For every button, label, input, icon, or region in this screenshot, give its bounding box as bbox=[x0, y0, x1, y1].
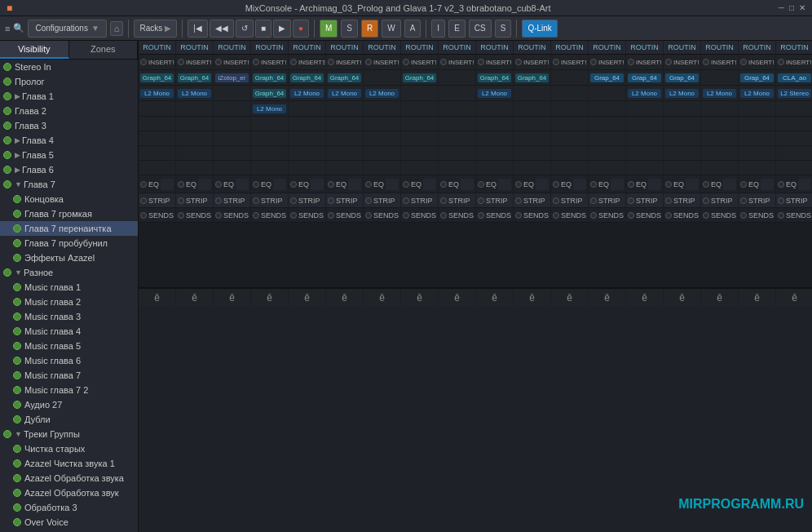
eq-radio[interactable] bbox=[328, 181, 334, 188]
strip-radio[interactable] bbox=[740, 197, 747, 204]
cs-button[interactable]: CS bbox=[469, 20, 492, 38]
plugin-slot[interactable]: Graph_64 bbox=[253, 73, 286, 82]
visibility-dot[interactable] bbox=[13, 415, 21, 423]
visibility-dot[interactable] bbox=[13, 401, 21, 409]
racks-button[interactable]: Racks ▶ bbox=[134, 20, 177, 38]
sends-radio[interactable] bbox=[703, 212, 709, 219]
visibility-dot[interactable] bbox=[3, 166, 11, 174]
plugin-slot[interactable]: L2 Stereo bbox=[778, 89, 811, 98]
insert-radio[interactable] bbox=[178, 59, 184, 65]
channel-header[interactable]: ROUTIN bbox=[626, 41, 664, 54]
channel-header[interactable]: ROUTIN bbox=[439, 41, 476, 54]
sidebar-item[interactable]: ▶Глава 4 bbox=[0, 133, 138, 148]
insert-radio[interactable] bbox=[778, 59, 784, 65]
e-button[interactable]: E bbox=[448, 20, 466, 38]
channel-header[interactable]: ROUTIN bbox=[176, 41, 214, 54]
stop-button[interactable]: ■ bbox=[255, 20, 271, 38]
visibility-dot[interactable] bbox=[13, 195, 21, 203]
visibility-dot[interactable] bbox=[13, 503, 21, 512]
expand-arrow[interactable]: ▶ bbox=[15, 166, 20, 174]
visibility-dot[interactable] bbox=[13, 342, 21, 350]
close-button[interactable]: ✕ bbox=[799, 3, 805, 12]
eq-radio[interactable] bbox=[590, 181, 597, 188]
sidebar-item[interactable]: Глава 2 bbox=[0, 104, 138, 118]
visibility-dot[interactable] bbox=[13, 474, 21, 482]
sidebar-item[interactable]: Music глава 6 bbox=[0, 353, 138, 368]
tab-zones[interactable]: Zones bbox=[69, 41, 139, 59]
visibility-dot[interactable] bbox=[3, 122, 11, 130]
sidebar-item[interactable]: Azazel Обработка звука bbox=[0, 471, 138, 485]
sends-radio[interactable] bbox=[140, 212, 147, 219]
plugin-slot[interactable]: Graph_64 bbox=[140, 73, 174, 82]
plugin-slot[interactable]: Grap_64 bbox=[628, 73, 661, 82]
sidebar-item[interactable]: Эффекты Azazel bbox=[0, 250, 138, 265]
strip-radio[interactable] bbox=[478, 197, 484, 204]
insert-radio[interactable] bbox=[403, 59, 409, 65]
expand-arrow[interactable]: ▼ bbox=[15, 180, 22, 188]
eq-radio[interactable] bbox=[703, 181, 709, 188]
tab-visibility[interactable]: Visibility bbox=[0, 41, 69, 59]
sidebar-item[interactable]: ▶Глава 1 bbox=[0, 89, 138, 104]
channel-header[interactable]: ROUTIN bbox=[326, 41, 364, 54]
rew-button[interactable]: ◀◀ bbox=[210, 20, 234, 38]
sidebar-item[interactable]: ▶Глава 5 bbox=[0, 148, 138, 162]
plugin-slot[interactable]: Graph_64 bbox=[478, 73, 511, 82]
sidebar-item[interactable]: Пролог bbox=[0, 74, 138, 89]
visibility-dot[interactable] bbox=[13, 313, 21, 321]
eq-radio[interactable] bbox=[140, 181, 147, 188]
sidebar-item[interactable]: Глава 7 громкая bbox=[0, 206, 138, 221]
insert-radio[interactable] bbox=[365, 59, 372, 65]
insert-radio[interactable] bbox=[253, 59, 259, 65]
strip-radio[interactable] bbox=[440, 197, 447, 204]
sends-radio[interactable] bbox=[553, 212, 559, 219]
sidebar-item[interactable]: Music глава 1 bbox=[0, 280, 138, 295]
sidebar-item[interactable]: Over Voice bbox=[0, 515, 138, 530]
eq-radio[interactable] bbox=[253, 181, 259, 188]
insert-radio[interactable] bbox=[140, 59, 147, 65]
sends-radio[interactable] bbox=[440, 212, 447, 219]
visibility-dot[interactable] bbox=[13, 459, 21, 468]
visibility-dot[interactable] bbox=[13, 518, 21, 526]
configurations-button[interactable]: Configurations ▼ bbox=[28, 20, 106, 38]
visibility-dot[interactable] bbox=[3, 430, 11, 438]
sends-radio[interactable] bbox=[515, 212, 522, 219]
app-menu-icon[interactable]: ≡ bbox=[5, 24, 10, 33]
eq-radio[interactable] bbox=[740, 181, 747, 188]
plugin-slot[interactable]: Graph_64 bbox=[328, 73, 361, 82]
loop-button[interactable]: ↺ bbox=[236, 20, 254, 38]
visibility-dot[interactable] bbox=[13, 210, 21, 218]
plugin-slot[interactable]: L2 Mono bbox=[290, 89, 324, 98]
sends-radio[interactable] bbox=[253, 212, 259, 219]
eq-radio[interactable] bbox=[215, 181, 222, 188]
sidebar-item[interactable]: Концовка bbox=[0, 192, 138, 206]
sidebar-item[interactable]: Music глава 7 2 bbox=[0, 383, 138, 397]
sends-radio[interactable] bbox=[178, 212, 184, 219]
s-button[interactable]: S bbox=[341, 20, 358, 38]
qlink-button[interactable]: Q-Link bbox=[522, 20, 557, 38]
strip-radio[interactable] bbox=[403, 197, 409, 204]
w-button[interactable]: W bbox=[382, 20, 400, 38]
visibility-dot[interactable] bbox=[13, 298, 21, 306]
sends-radio[interactable] bbox=[628, 212, 634, 219]
plugin-slot[interactable]: L2 Mono bbox=[628, 89, 661, 98]
plugin-slot[interactable]: L2 Mono bbox=[328, 89, 361, 98]
plugin-slot[interactable]: CLA_ao bbox=[778, 73, 811, 82]
channel-header[interactable]: ROUTIN bbox=[214, 41, 251, 54]
insert-radio[interactable] bbox=[328, 59, 334, 65]
plugin-slot[interactable]: Grap_64 bbox=[590, 73, 624, 82]
insert-radio[interactable] bbox=[553, 59, 559, 65]
insert-radio[interactable] bbox=[590, 59, 597, 65]
sends-radio[interactable] bbox=[740, 212, 747, 219]
strip-radio[interactable] bbox=[140, 197, 147, 204]
visibility-dot[interactable] bbox=[3, 268, 11, 277]
eq-radio[interactable] bbox=[440, 181, 447, 188]
sidebar-item[interactable]: Обработка 3 bbox=[0, 500, 138, 515]
sidebar-item[interactable]: Music глава 3 bbox=[0, 309, 138, 324]
visibility-dot[interactable] bbox=[3, 180, 11, 188]
eq-radio[interactable] bbox=[403, 181, 409, 188]
channel-header[interactable]: ROUTIN bbox=[251, 41, 289, 54]
plugin-slot[interactable]: L2 Mono bbox=[665, 89, 699, 98]
visibility-dot[interactable] bbox=[13, 327, 21, 335]
visibility-dot[interactable] bbox=[13, 239, 21, 247]
eq-radio[interactable] bbox=[290, 181, 297, 188]
